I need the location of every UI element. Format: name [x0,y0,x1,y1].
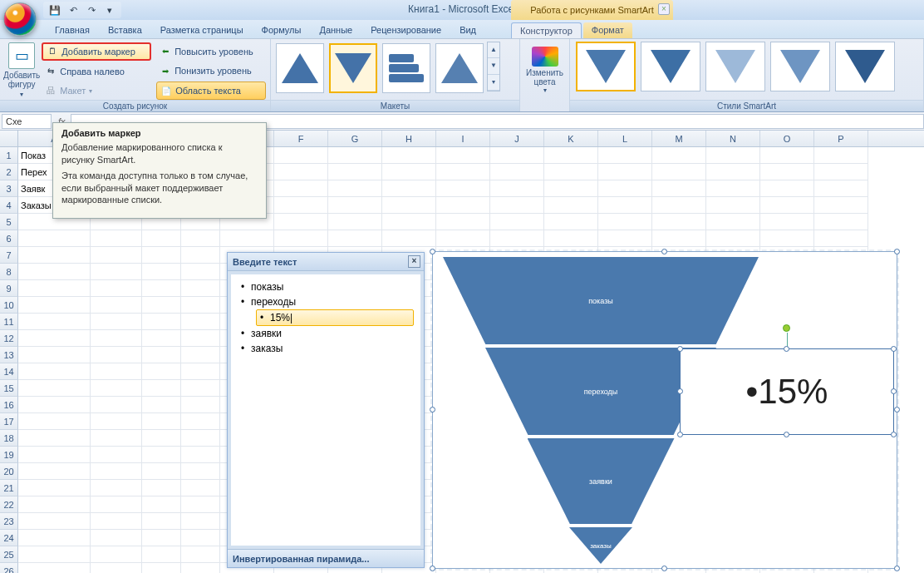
change-colors-button[interactable]: Изменить цвета ▾ [520,39,570,111]
resize-handle[interactable] [430,249,435,254]
cell[interactable] [142,314,181,330]
row-header[interactable]: 1 [0,147,18,164]
cell[interactable] [706,180,760,197]
cell[interactable] [91,264,142,280]
resize-handle[interactable] [677,432,683,437]
cell[interactable] [181,264,220,280]
cell[interactable] [91,380,142,397]
cell[interactable] [490,197,544,214]
cell[interactable] [142,264,181,280]
row-header[interactable]: 20 [0,463,18,480]
row-header[interactable]: 14 [0,363,18,380]
tab-format[interactable]: Формат [583,22,632,38]
cell[interactable] [91,563,142,573]
resize-handle[interactable] [891,432,897,437]
cell[interactable] [91,430,142,447]
cell[interactable] [382,230,436,247]
cell[interactable] [142,397,181,413]
cell[interactable] [91,513,142,530]
cell[interactable] [142,463,181,480]
cell[interactable] [598,180,652,197]
cell[interactable] [382,164,436,180]
cell[interactable] [181,463,220,480]
cell[interactable] [18,413,91,430]
cell[interactable] [142,330,181,347]
cell[interactable] [142,447,181,463]
cell[interactable] [18,314,91,330]
resize-handle[interactable] [677,346,683,352]
cell[interactable] [328,180,382,197]
cell[interactable] [328,164,382,180]
cell[interactable] [181,430,220,447]
select-all-corner[interactable] [0,131,18,146]
text-pane-item[interactable]: переходы [238,294,414,309]
cell[interactable] [274,197,328,214]
text-pane-body[interactable]: показыпереходы15%|заявкизаказы [228,271,424,549]
cell[interactable] [274,214,328,230]
cell[interactable] [181,230,220,247]
row-header[interactable]: 18 [0,430,18,447]
cell[interactable] [181,496,220,513]
cell[interactable] [760,147,814,164]
cell[interactable] [142,297,181,314]
row-header[interactable]: 7 [0,247,18,264]
cell[interactable] [181,447,220,463]
resize-handle[interactable] [661,566,667,571]
cell[interactable] [706,197,760,214]
cell[interactable] [598,214,652,230]
text-pane-footer[interactable]: Инвертированная пирамида... [228,549,424,567]
cell[interactable] [91,363,142,380]
cell[interactable] [706,164,760,180]
cell[interactable] [490,147,544,164]
cell[interactable] [598,164,652,180]
cell[interactable] [652,230,706,247]
resize-handle[interactable] [894,407,900,412]
cell[interactable] [181,247,220,264]
text-pane-item[interactable]: 15%| [256,309,414,326]
tab-view[interactable]: Вид [451,22,484,38]
cell[interactable] [181,380,220,397]
cell[interactable] [142,563,181,573]
add-bullet-button[interactable]: 🗒 Добавить маркер [42,42,151,61]
cell[interactable] [436,197,490,214]
cell[interactable] [91,463,142,480]
cell[interactable] [91,496,142,513]
row-header[interactable]: 23 [0,513,18,530]
cell[interactable] [91,247,142,264]
cell[interactable] [142,513,181,530]
row-header[interactable]: 2 [0,164,18,180]
cell[interactable] [598,147,652,164]
cell[interactable] [181,397,220,413]
pyramid-segment-3[interactable]: заявки [528,438,675,524]
cell[interactable] [544,197,598,214]
cell[interactable] [760,214,814,230]
cell[interactable] [181,563,220,573]
cell[interactable] [598,230,652,247]
cell[interactable] [274,180,328,197]
cell[interactable] [328,230,382,247]
scroll-more-icon[interactable]: ▾ [488,75,499,91]
row-header[interactable]: 11 [0,314,18,330]
column-header[interactable]: H [382,131,436,146]
cell[interactable] [760,197,814,214]
layout-button[interactable]: 品 Макет ▾ [42,82,151,100]
cell[interactable] [598,197,652,214]
layout-option-1[interactable] [276,43,324,93]
close-contextual-icon[interactable]: × [658,3,670,15]
cell[interactable] [814,164,868,180]
cell[interactable] [181,363,220,380]
cell[interactable] [274,230,328,247]
cell[interactable] [142,230,181,247]
office-button[interactable] [3,2,37,36]
cell[interactable] [328,214,382,230]
cell[interactable] [18,297,91,314]
layout-option-2[interactable] [329,43,377,93]
cell[interactable] [18,330,91,347]
style-option-2[interactable] [641,42,700,91]
resize-handle[interactable] [430,407,435,412]
column-header[interactable]: I [436,131,490,146]
column-header[interactable]: N [706,131,760,146]
text-pane-item[interactable]: заявки [238,326,414,341]
cell[interactable] [652,147,706,164]
cell[interactable] [18,247,91,264]
